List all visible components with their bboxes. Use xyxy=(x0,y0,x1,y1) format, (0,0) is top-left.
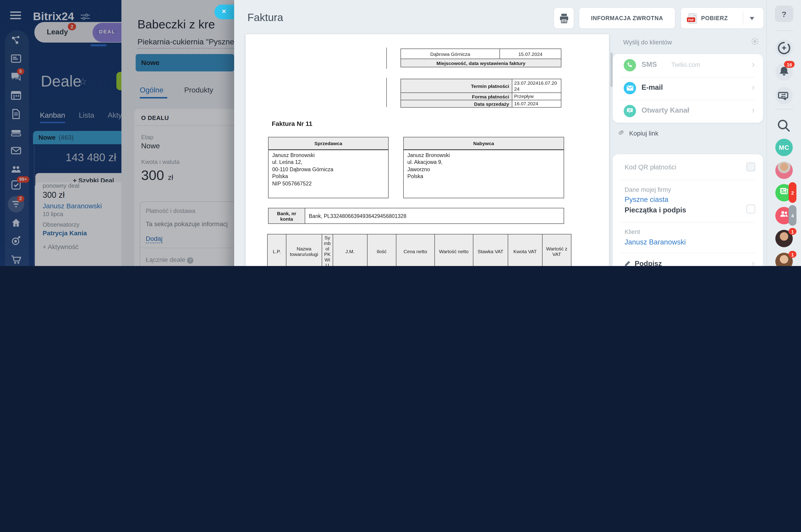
copy-link-button[interactable]: Kopiuj link xyxy=(629,130,658,137)
invoice-modal: Faktura INFORMACJA ZWROTNA PDF POBIERZ D… xyxy=(234,0,766,266)
search-icon[interactable] xyxy=(775,117,794,135)
channel-provider: Twilio.com xyxy=(671,61,700,68)
channel-otwarty-kanał[interactable]: Otwarty Kanał› xyxy=(613,100,763,122)
invoice-bank-row: Bank, nr kontaBank, PL332480663949364294… xyxy=(268,208,564,224)
pdf-file-icon: PDF xyxy=(688,13,697,24)
print-button[interactable] xyxy=(553,7,574,29)
feedback-button[interactable]: INFORMACJA ZWROTNA xyxy=(579,7,675,29)
chevron-right-icon: › xyxy=(752,105,755,115)
sign-chevron-icon: › xyxy=(752,259,755,266)
page-scrollbar[interactable] xyxy=(611,53,613,87)
channel-label: SMS xyxy=(641,60,657,69)
channel-label: Otwarty Kanał xyxy=(641,106,689,114)
channel-label: E-mail xyxy=(641,83,663,92)
document-options-card: Kod QR płatności Dane mojej firmy Pyszne… xyxy=(613,154,763,266)
download-caret-icon[interactable] xyxy=(750,17,754,20)
send-channels-card: SMSTwilio.com›E-mail›Otwarty Kanał› xyxy=(613,54,763,123)
stamp-signature-checkbox[interactable] xyxy=(746,205,755,213)
avatar-photo-man-pink-shirt[interactable] xyxy=(775,162,793,179)
svg-text:?: ? xyxy=(782,10,786,19)
chevron-right-icon: › xyxy=(752,82,755,93)
notifications-icon[interactable]: 16 xyxy=(775,63,794,81)
avatar-mc[interactable]: MC xyxy=(775,139,793,156)
invoice-number: Faktura Nr 11 xyxy=(272,120,312,127)
sign-pen-icon xyxy=(624,260,632,266)
send-panel-heading: Wyślij do klientów xyxy=(623,39,672,46)
close-icon: × xyxy=(222,7,226,16)
modal-backdrop[interactable] xyxy=(0,0,234,266)
avatar-badge: 1 xyxy=(789,228,797,235)
invoice-city-date-table: Dąbrowa Górnicza15.07.2024 Miejscowość, … xyxy=(401,49,561,67)
invoice-meta-table: Termin płatności23.07.202416.07.2024Form… xyxy=(401,79,561,108)
avatar-badge: 2 xyxy=(789,182,797,203)
help-icon[interactable]: ? xyxy=(775,4,794,23)
send-settings-gear-icon[interactable] xyxy=(751,38,759,47)
modal-title: Faktura xyxy=(248,12,283,24)
messenger-icon[interactable] xyxy=(775,87,794,105)
invoice-page: Dąbrowa Górnicza15.07.2024 Miejscowość, … xyxy=(245,34,609,266)
company-label: Dane mojej firmy xyxy=(624,186,671,193)
printer-icon xyxy=(559,13,569,23)
copy-link-icon xyxy=(617,129,631,140)
avatar-photo-woman-dark-hair[interactable]: 1 xyxy=(775,230,793,247)
right-toolbar: ?16MC24111CZJWFCZCOPOPGROP xyxy=(766,0,801,266)
stamp-signature-label: Pieczątka i podpis xyxy=(624,206,686,214)
invoice-buyer-box: Nabywca Janusz Bronowskiul. Akacjowa 9, … xyxy=(403,137,564,198)
people-icon[interactable]: 4 xyxy=(775,207,793,224)
chevron-right-icon: › xyxy=(752,59,755,70)
client-label: Klient xyxy=(624,228,640,235)
invoice-items-table: L.P.Nazwa towaru/usługiSymbol PKWiUJ.M.I… xyxy=(267,234,571,266)
channel-sms[interactable]: SMSTwilio.com› xyxy=(613,54,763,76)
avatar-photo-woman-brown-hair[interactable]: 1 xyxy=(775,253,793,266)
close-panel-button[interactable]: × xyxy=(215,4,234,19)
avatar-badge: 1 xyxy=(789,251,797,258)
sms-phone-icon xyxy=(624,59,636,72)
avatar-badge: 4 xyxy=(789,205,797,226)
bitrix24-app: Bitrix24 599+221M</>PI? Leady 2 Deale DE… xyxy=(0,0,801,266)
download-button[interactable]: PDF POBIERZ xyxy=(680,7,764,29)
feedback-button-label: INFORMACJA ZWROTNA xyxy=(579,15,675,21)
client-link[interactable]: Janusz Baranowski xyxy=(624,238,686,246)
sign-button[interactable]: Podpisz xyxy=(635,260,662,266)
download-button-label: POBIERZ xyxy=(701,15,728,21)
channel-e-mail[interactable]: E-mail› xyxy=(613,77,763,99)
email-envelope-icon xyxy=(624,82,636,94)
news-icon[interactable]: 2 xyxy=(775,184,793,202)
copilot-icon[interactable] xyxy=(775,39,794,57)
company-link[interactable]: Pyszne ciasta xyxy=(624,195,668,204)
qr-code-checkbox[interactable] xyxy=(746,163,755,171)
notification-badge: 16 xyxy=(784,61,795,68)
invoice-seller-box: Sprzedawca Janusz Bronowskiul. Leśna 12,… xyxy=(268,137,388,198)
qr-code-label: Kod QR płatności xyxy=(624,164,676,171)
open-channel-icon xyxy=(624,105,636,117)
